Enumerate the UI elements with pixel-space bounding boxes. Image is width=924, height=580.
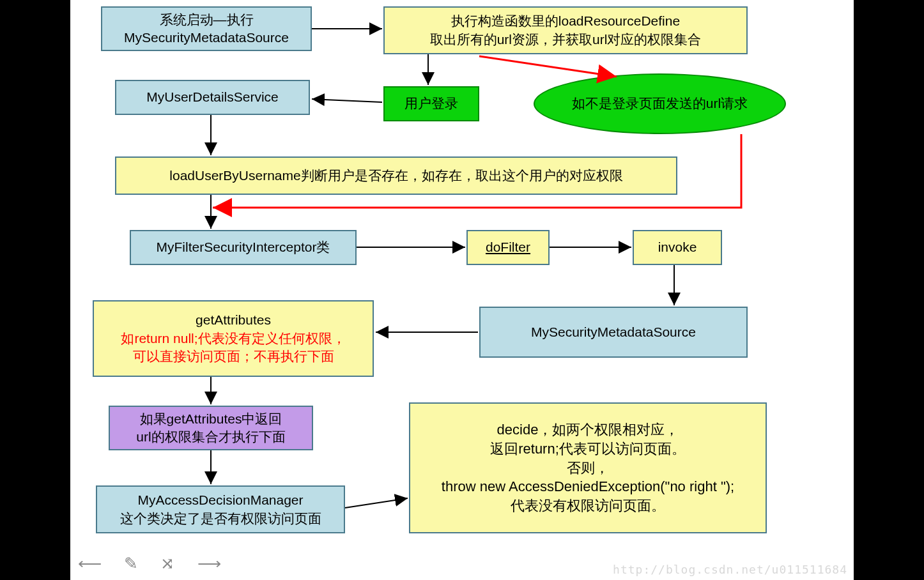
text: 返回return;代表可以访问页面。 <box>490 439 686 459</box>
nav-icons[interactable]: ⟵ ✎ ⤨ ⟶ <box>78 554 230 574</box>
text: doFilter <box>486 238 530 256</box>
text: MySecurityMetadataSource <box>124 29 289 47</box>
text: 如果getAttributes中返回 <box>140 410 282 428</box>
text: url的权限集合才执行下面 <box>136 428 285 446</box>
node-user-login: 用户登录 <box>383 86 479 121</box>
text: 如return null;代表没有定义任何权限， <box>121 330 345 347</box>
text: MyUserDetailsService <box>146 88 279 106</box>
svg-line-12 <box>345 498 408 508</box>
node-load-resource-define: 执行构造函数里的loadResourceDefine 取出所有的url资源，并获… <box>383 6 748 54</box>
svg-line-2 <box>479 56 617 77</box>
node-filter-security-interceptor: MyFilterSecurityInterceptor类 <box>130 230 357 265</box>
text: 如不是登录页面发送的url请求 <box>572 95 748 112</box>
node-if-returns-permissions: 如果getAttributes中返回 url的权限集合才执行下面 <box>109 406 313 450</box>
text: 代表没有权限访问页面。 <box>511 496 665 515</box>
text: 这个类决定了是否有权限访问页面 <box>120 510 321 528</box>
watermark: http://blog.csdn.net/u011511684 <box>613 563 847 576</box>
text: loadUserByUsername判断用户是否存在，如存在，取出这个用户的对应… <box>169 167 622 185</box>
text: MySecurityMetadataSource <box>531 323 696 341</box>
node-get-attributes: getAttributes 如return null;代表没有定义任何权限， 可… <box>93 300 374 377</box>
node-not-login-url: 如不是登录页面发送的url请求 <box>534 73 786 134</box>
text: MyFilterSecurityInterceptor类 <box>157 238 330 256</box>
text: 取出所有的url资源，并获取url对应的权限集合 <box>430 31 702 49</box>
svg-line-3 <box>312 99 382 102</box>
text: invoke <box>658 238 697 256</box>
text: 用户登录 <box>404 95 458 112</box>
text: 可以直接访问页面；不再执行下面 <box>133 347 334 365</box>
node-access-decision-manager: MyAccessDecisionManager 这个类决定了是否有权限访问页面 <box>96 485 345 533</box>
text: 否则， <box>567 459 609 478</box>
text: throw new AccessDeniedException("no righ… <box>442 477 734 496</box>
text: MyAccessDecisionManager <box>137 491 303 509</box>
node-dofilter: doFilter <box>466 230 550 265</box>
text: getAttributes <box>196 311 271 329</box>
node-metadata-source2: MySecurityMetadataSource <box>479 307 748 358</box>
node-user-details-service: MyUserDetailsService <box>115 80 310 115</box>
node-decide: decide，如两个权限相对应， 返回return;代表可以访问页面。 否则， … <box>409 402 767 533</box>
node-system-start: 系统启动—执行 MySecurityMetadataSource <box>101 6 312 51</box>
text: 系统启动—执行 <box>160 11 254 29</box>
text: decide，如两个权限相对应， <box>497 420 679 439</box>
text: 执行构造函数里的loadResourceDefine <box>451 12 680 30</box>
node-invoke: invoke <box>633 230 722 265</box>
node-load-user-by-username: loadUserByUsername判断用户是否存在，如存在，取出这个用户的对应… <box>115 156 677 195</box>
